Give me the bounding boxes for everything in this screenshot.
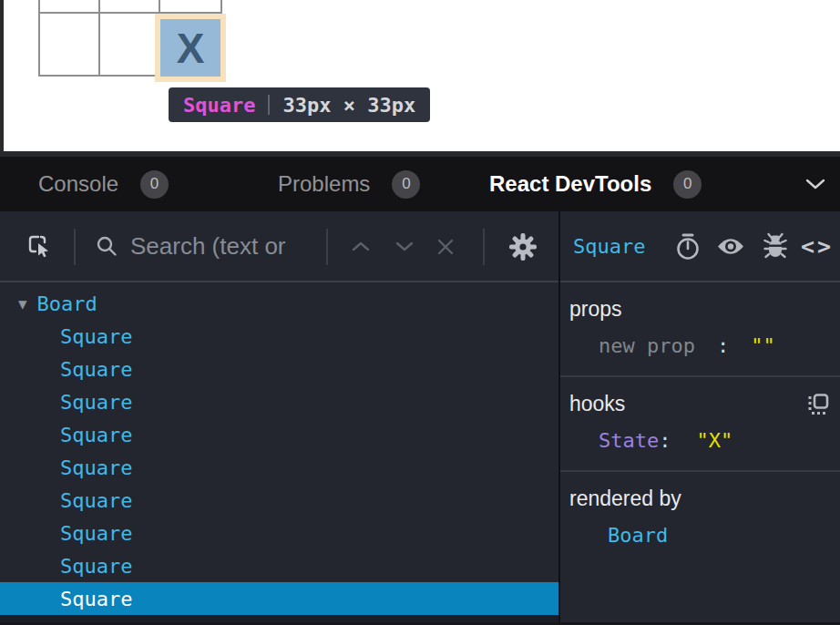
tab-problems[interactable]: Problems 0: [278, 157, 420, 211]
tree-row-square[interactable]: Square: [0, 517, 558, 549]
browser-page-viewport: X Square 33px × 33px: [0, 0, 840, 151]
eye-icon[interactable]: [716, 236, 745, 257]
rendered-by-title: rendered by: [569, 487, 681, 511]
tab-console-label: Console: [38, 171, 118, 197]
toolbar-divider: [483, 229, 485, 265]
tree-row-square[interactable]: Square: [0, 451, 558, 484]
component-inspector: props new prop:"" hooks: [560, 282, 840, 625]
search-icon: [96, 235, 118, 258]
tab-console[interactable]: Console 0: [38, 157, 169, 211]
props-row: new prop:"": [569, 334, 831, 357]
tooltip-size-text: 33px × 33px: [282, 94, 415, 117]
tab-console-badge: 0: [140, 170, 169, 199]
square-button[interactable]: X: [160, 19, 220, 77]
hooks-section: hooks Sta: [560, 377, 840, 472]
chevron-down-icon[interactable]: [805, 179, 825, 190]
window-left-edge: [0, 0, 4, 151]
tab-problems-badge: 0: [392, 170, 420, 199]
rendered-by-owner-link[interactable]: Board: [569, 524, 831, 547]
view-source-icon[interactable]: <>: [801, 211, 834, 281]
inspect-element-icon[interactable]: [26, 233, 52, 261]
devtools-window: X Square 33px × 33px Console 0 Problems …: [0, 0, 840, 625]
tree-row-square[interactable]: Square: [0, 484, 558, 517]
state-hook-row: State:"X": [569, 429, 831, 452]
state-hook-name: State: [599, 429, 659, 452]
tab-problems-label: Problems: [278, 171, 370, 197]
prop-value-input[interactable]: "": [751, 334, 775, 357]
state-hook-value[interactable]: "X": [696, 429, 732, 452]
tooltip-component-name: Square: [183, 94, 255, 117]
toolbar-divider: [326, 229, 328, 265]
next-result-icon[interactable]: [395, 241, 414, 251]
props-section: props new prop:"": [560, 282, 840, 377]
inspected-component-title: Square: [573, 211, 645, 281]
tree-row-square-selected[interactable]: Square: [0, 582, 558, 615]
prev-result-icon[interactable]: [352, 241, 370, 251]
expander-triangle-icon[interactable]: ▾: [18, 293, 27, 313]
clear-search-icon[interactable]: [436, 238, 455, 256]
props-section-title: props: [569, 297, 622, 322]
tree-row-square[interactable]: Square: [0, 353, 558, 385]
tab-react-devtools-badge: 0: [673, 170, 702, 199]
toolbar-divider: [74, 229, 76, 265]
component-tree: ▾ Board Square Square Square Square Squa…: [0, 282, 558, 625]
search-input[interactable]: [130, 211, 323, 281]
tree-row-square[interactable]: Square: [0, 385, 558, 418]
tree-row-square[interactable]: Square: [0, 418, 558, 451]
rendered-by-section: rendered by Board: [560, 472, 840, 565]
tree-row-board[interactable]: ▾ Board: [0, 287, 558, 320]
tree-row-board-label: Board: [37, 292, 97, 315]
settings-gear-icon[interactable]: [507, 231, 539, 263]
tree-row-square[interactable]: Square: [0, 320, 558, 353]
tab-react-devtools-label: React DevTools: [489, 171, 651, 197]
tree-row-square[interactable]: Square: [0, 549, 558, 582]
tooltip-divider: [268, 95, 270, 115]
bug-icon[interactable]: [763, 231, 788, 261]
parse-hooks-icon[interactable]: [807, 394, 829, 415]
new-prop-input[interactable]: new prop: [599, 334, 695, 357]
devtools-tab-bar: Console 0 Problems 0 React DevTools 0: [0, 157, 840, 211]
colon: :: [659, 429, 671, 452]
timer-icon[interactable]: [675, 232, 701, 261]
element-size-tooltip: Square 33px × 33px: [169, 87, 430, 122]
tab-react-devtools[interactable]: React DevTools 0: [489, 157, 702, 211]
react-devtools-toolbar: Square: [0, 211, 840, 282]
hooks-section-title: hooks: [569, 392, 625, 416]
colon: :: [717, 334, 729, 357]
